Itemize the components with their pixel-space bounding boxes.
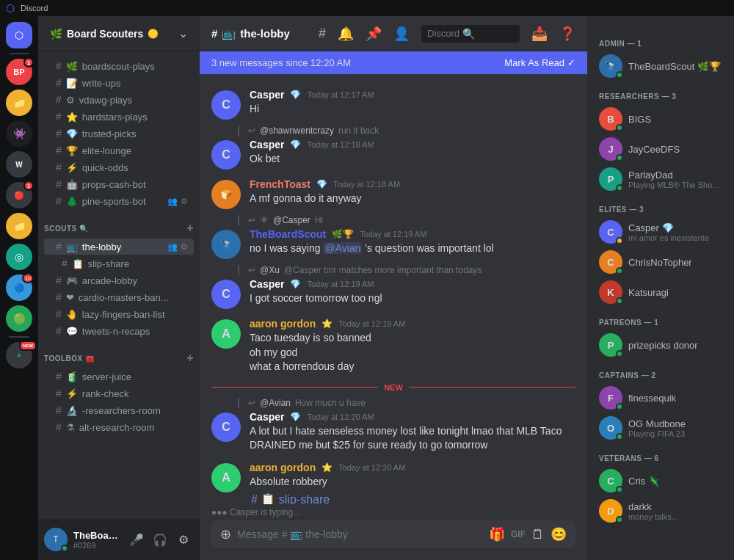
message-author[interactable]: aaron gordon <box>250 462 316 473</box>
server-icon-wager[interactable]: W <box>6 151 32 178</box>
message-header: Casper 💎 Today at 12:19 AM <box>250 278 575 290</box>
message-author[interactable]: aaron gordon <box>250 318 316 330</box>
channel-server-juice[interactable]: # 🧃 server-juice <box>44 368 194 385</box>
search-box[interactable]: Discord 🔍 <box>421 25 520 43</box>
member-bigs[interactable]: B BIGS <box>593 104 728 134</box>
sticker-icon[interactable]: 🗒 <box>531 527 545 542</box>
channel-slip-share[interactable]: # 📋 slip-share <box>44 255 194 272</box>
new-label: NEW <box>384 383 403 392</box>
pin-icon[interactable]: 📌 <box>366 26 382 42</box>
settings-button[interactable]: ⚙ <box>173 529 194 550</box>
category-add-toolbox[interactable]: + <box>186 352 194 365</box>
category-add[interactable]: + <box>186 222 194 235</box>
notification-icon[interactable]: 🔔 <box>338 26 354 42</box>
category-scouts[interactable]: SCOUTS 🔍 + <box>38 210 200 238</box>
message-author[interactable]: FrenchToast <box>250 178 310 190</box>
member-casper[interactable]: C Casper 💎 mi amor es inexistente <box>593 217 728 247</box>
member-jayceeDFS[interactable]: J JayCeeDFS <box>593 134 728 164</box>
channel-quick-odds[interactable]: # ⚡ quick-odds <box>44 159 194 175</box>
channel-elite-lounge[interactable]: # 🏆 elite-lounge <box>44 142 194 159</box>
message-time: Today at 12:17 AM <box>307 90 374 99</box>
channel-tweets-n-recaps[interactable]: # 💬 tweets-n-recaps <box>44 323 194 339</box>
channel-rank-check[interactable]: # ⚡ rank-check <box>44 385 194 401</box>
channel-trusted-picks[interactable]: # 💎 trusted-picks <box>44 126 194 142</box>
server-icon-alien[interactable]: 👾 <box>6 120 32 147</box>
channel-hardstars-plays[interactable]: # ⭐ hardstars-plays <box>44 109 194 125</box>
reply-author: @Casper <box>273 215 310 225</box>
server-icon-folder2[interactable]: 📁 <box>6 213 32 239</box>
message-header: Casper 💎 Today at 12:20 AM <box>250 411 575 423</box>
channel-icon: 🎮 <box>66 275 78 286</box>
message-author[interactable]: TheBoardScout <box>250 228 326 240</box>
server-icon-red1[interactable]: 🔴3 <box>6 182 32 208</box>
channel-icon: 🤖 <box>66 179 78 190</box>
channel-name: rank-check <box>82 388 129 399</box>
headset-button[interactable]: 🎧 <box>150 529 170 550</box>
member-chrisnographer[interactable]: C ChrisNoTopher <box>593 247 728 277</box>
message-reply: ↩ 👁 @Casper Hi <box>238 215 587 225</box>
member-katsuragi[interactable]: K Katsuragi <box>593 277 728 307</box>
channel-lazy-fingers[interactable]: # 🤚 lazy-fingers-ban-list <box>44 306 194 322</box>
member-info: Cris 🦎 <box>628 476 722 487</box>
messages-container[interactable]: C Casper 💎 Today at 12:17 AM Hi ↩ @shawn… <box>200 74 587 504</box>
chat-input[interactable] <box>237 520 483 548</box>
channel-researchers-room[interactable]: # 🔬 -researchers-room <box>44 402 194 418</box>
hash-icon[interactable]: # <box>319 26 326 41</box>
message-author[interactable]: Casper <box>250 139 284 150</box>
member-darkk[interactable]: D darkk money talks... <box>593 496 728 526</box>
member-category-veterans: VETERANS — 6 <box>593 448 728 465</box>
server-icon-green1[interactable]: 🟢 <box>6 305 32 332</box>
message-author[interactable]: Casper <box>250 411 284 423</box>
badge: 🌿🏆 <box>332 229 354 239</box>
add-icon[interactable]: ⊕ <box>220 526 231 542</box>
server-icon-new[interactable]: +NEW <box>6 342 32 368</box>
mark-as-read[interactable]: Mark As Read ✓ <box>504 57 575 68</box>
gif-icon[interactable]: GIF <box>511 529 526 539</box>
member-avatar: K <box>599 280 622 304</box>
member-prizepicks[interactable]: P prizepicks donor <box>593 330 728 360</box>
member-cris[interactable]: C Cris 🦎 <box>593 466 728 495</box>
user-name: TheBoardS... <box>73 530 120 541</box>
badge: 💎 <box>290 412 301 422</box>
channel-arcade-lobby[interactable]: # 🎮 arcade-lobby <box>44 272 194 288</box>
member-category-admin: ADMIN — 1 <box>593 34 728 51</box>
server-icon-blue1[interactable]: 🔵10 <box>6 274 32 301</box>
help-icon[interactable]: ❓ <box>559 26 575 42</box>
server-icon-folder1[interactable]: 📁 <box>6 90 32 116</box>
channel-alt-research[interactable]: # ⚗ alt-research-room <box>44 419 194 435</box>
avatar: 🔭 <box>211 230 241 259</box>
channel-boardscout-plays[interactable]: # 🌿 boardscout-plays <box>44 58 194 74</box>
channel-hash: # <box>56 145 62 156</box>
channel-props-cash-bot[interactable]: # 🤖 props-cash-bot <box>44 176 194 192</box>
channel-icon: 🤚 <box>66 309 78 320</box>
channel-vdawg-plays[interactable]: # ⚙ vdawg-plays <box>44 92 194 108</box>
server-icon-bp[interactable]: BP1 <box>6 59 32 85</box>
emoji-icon[interactable]: 😊 <box>550 526 567 542</box>
channel-link[interactable]: # 📋 slip-share <box>250 493 331 504</box>
member-ogmudbone[interactable]: O OG Mudbone Playing FIFA 23 <box>593 413 728 443</box>
member-parlaydad[interactable]: P ParlayDad Playing MLB® The Show™ 23 <box>593 164 728 194</box>
members-icon[interactable]: 👤 <box>393 26 410 42</box>
server-icon-home[interactable]: ⬡ <box>6 22 32 48</box>
member-theboardscout[interactable]: 🔭 TheBoardScout 🌿🏆 <box>593 51 728 81</box>
channel-cardio-masters[interactable]: # ❤ cardio-masters-ban... <box>44 289 194 305</box>
member-finessequik[interactable]: F finessequik <box>593 383 728 412</box>
mention[interactable]: @Avian <box>323 242 362 254</box>
channel-hash: # <box>56 161 62 173</box>
message-author[interactable]: Casper <box>250 89 284 101</box>
new-message-divider: NEW <box>211 383 575 392</box>
channel-writeups[interactable]: # 📝 write-ups <box>44 75 194 91</box>
server-icon-teal[interactable]: ◎ <box>6 244 32 270</box>
channel-the-lobby[interactable]: # 📺 the-lobby 👥 ⚙ <box>44 239 194 255</box>
message-reply-container: ↩ @shawnwentcrazy run it back C Casper 💎… <box>200 126 587 172</box>
gift-icon[interactable]: 🎁 <box>489 526 505 542</box>
message-author[interactable]: Casper <box>250 278 284 290</box>
online-dot <box>616 433 623 440</box>
inbox-icon[interactable]: 📥 <box>531 26 548 42</box>
category-toolbox[interactable]: TOOLBOX 🧰 + <box>38 340 200 368</box>
channel-pine-sports-bot[interactable]: # 🌲 pine-sports-bot 👥 ⚙ <box>44 193 194 209</box>
mic-button[interactable]: 🎤 <box>126 529 147 550</box>
divider-left <box>211 387 378 388</box>
member-category-researchers: RESEARCHERS — 3 <box>593 87 728 103</box>
server-header[interactable]: 🌿 Board Scouters 🟡 ⌄ <box>38 16 200 51</box>
